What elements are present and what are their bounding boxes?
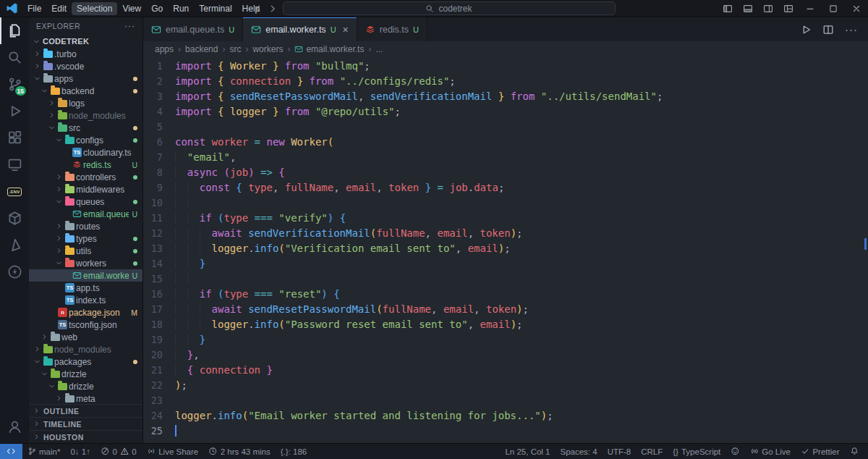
code-line[interactable]: 2import { connection } from "../configs/… bbox=[143, 74, 868, 89]
tree-item-index-ts[interactable]: TSindex.ts bbox=[29, 294, 142, 306]
tab-redis-ts[interactable]: redis.tsU bbox=[357, 17, 427, 41]
tree-item-src[interactable]: src bbox=[29, 122, 142, 134]
breadcrumb-email-worker-ts[interactable]: email.worker.ts bbox=[294, 44, 364, 54]
code-line[interactable]: 3import { sendResetPasswordMail, sendVer… bbox=[143, 89, 868, 104]
status-end-of-line[interactable]: CRLF bbox=[636, 444, 668, 459]
tree-item-package-json[interactable]: npackage.jsonM bbox=[29, 306, 142, 319]
code-line[interactable]: 13 logger.info("Verification email sent … bbox=[143, 241, 868, 256]
tab-email-worker-ts[interactable]: email.worker.tsU× bbox=[243, 17, 357, 41]
code-line[interactable]: 21 { connection } bbox=[143, 363, 868, 378]
status-git-sync[interactable]: 0↓ 1↑ bbox=[65, 444, 95, 459]
status-indentation[interactable]: Spaces: 4 bbox=[555, 444, 602, 459]
split-editor-button[interactable] bbox=[822, 24, 834, 35]
command-center-search[interactable]: codetrek bbox=[283, 1, 616, 15]
tree-item-types[interactable]: types bbox=[29, 232, 142, 245]
tree-item-controllers[interactable]: controllers bbox=[29, 171, 142, 183]
forward-icon[interactable] bbox=[268, 4, 278, 14]
tree-item-tsconfig-json[interactable]: TStsconfig.json bbox=[29, 319, 142, 331]
tree-item-turbo[interactable]: .turbo bbox=[29, 48, 142, 60]
run-button[interactable] bbox=[800, 24, 812, 35]
status-language-mode[interactable]: {}TypeScript bbox=[668, 444, 726, 459]
tree-item-routes[interactable]: routes bbox=[29, 220, 142, 232]
activity-dotenv[interactable]: .ENV bbox=[0, 178, 29, 205]
code-line[interactable]: 8 async (job) => { bbox=[143, 165, 868, 180]
code-line[interactable]: 22); bbox=[143, 378, 868, 393]
tree-item-backend[interactable]: backend bbox=[29, 85, 142, 97]
section-houston[interactable]: HOUSTON bbox=[29, 430, 142, 443]
section-outline[interactable]: OUTLINE bbox=[29, 404, 142, 417]
code-line[interactable]: 25 bbox=[143, 424, 868, 439]
menu-selection[interactable]: Selection bbox=[72, 2, 117, 15]
breadcrumb-backend[interactable]: backend bbox=[185, 44, 218, 54]
tree-item-drizzle[interactable]: drizzle bbox=[29, 380, 142, 392]
maximize-icon[interactable] bbox=[822, 0, 845, 17]
tree-item-utils[interactable]: utils bbox=[29, 245, 142, 257]
activity-source-control[interactable]: 15 bbox=[0, 71, 29, 98]
menu-view[interactable]: View bbox=[117, 2, 146, 15]
section-timeline[interactable]: TIMELINE bbox=[29, 417, 142, 430]
close-icon[interactable] bbox=[845, 0, 868, 17]
status-live-share[interactable]: Live Share bbox=[142, 444, 203, 459]
tree-item-redis-ts[interactable]: redis.tsU bbox=[29, 159, 142, 171]
code-line[interactable]: 23 bbox=[143, 393, 868, 408]
code-line[interactable]: 4import { logger } from "@repo/utils"; bbox=[143, 104, 868, 119]
code-line[interactable]: 10 bbox=[143, 195, 868, 211]
menu-run[interactable]: Run bbox=[168, 2, 194, 15]
code-line[interactable]: 5 bbox=[143, 119, 868, 135]
activity-search[interactable] bbox=[0, 44, 29, 71]
activity-prisma[interactable] bbox=[0, 232, 29, 258]
project-root-row[interactable]: CODETREK bbox=[29, 35, 142, 48]
code-line[interactable]: 14 } bbox=[143, 256, 868, 271]
tree-item-drizzle[interactable]: drizzle bbox=[29, 368, 142, 380]
tree-item-logs[interactable]: logs bbox=[29, 97, 142, 109]
code-line[interactable]: 1import { Worker } from "bullmq"; bbox=[143, 59, 868, 74]
tree-item-web[interactable]: web bbox=[29, 331, 142, 343]
status-time-tracker[interactable]: 2 hrs 43 mins bbox=[203, 444, 276, 459]
toggle-panel-icon[interactable] bbox=[738, 0, 758, 17]
activity-extensions[interactable] bbox=[0, 125, 29, 151]
tree-item-meta[interactable]: meta bbox=[29, 392, 142, 404]
status-feedback[interactable] bbox=[726, 444, 745, 459]
code-line[interactable]: 6const worker = new Worker( bbox=[143, 135, 868, 150]
status-git-branch[interactable]: main* bbox=[22, 444, 66, 459]
menu-edit[interactable]: Edit bbox=[46, 2, 72, 15]
code-line[interactable]: 16 if (type === "reset") { bbox=[143, 287, 868, 302]
status-problems[interactable]: 00 bbox=[95, 444, 142, 459]
breadcrumb-overflow[interactable]: ... bbox=[375, 44, 383, 54]
customize-layout-icon[interactable] bbox=[778, 0, 799, 17]
tree-item-configs[interactable]: configs bbox=[29, 134, 142, 146]
tree-item-cloudinary-ts[interactable]: TScloudinary.ts bbox=[29, 146, 142, 159]
tab-email-queue-ts[interactable]: email.queue.tsU bbox=[143, 17, 243, 41]
breadcrumb-apps[interactable]: apps bbox=[155, 44, 174, 54]
code-line[interactable]: 17 await sendResetPasswordMail(fullName,… bbox=[143, 302, 868, 317]
code-line[interactable]: 7 "email", bbox=[143, 150, 868, 165]
tree-item-node-modules[interactable]: node_modules bbox=[29, 109, 142, 122]
minimize-icon[interactable] bbox=[799, 0, 822, 17]
status-go-live[interactable]: Go Live bbox=[745, 444, 796, 459]
code-line[interactable]: 19 } bbox=[143, 332, 868, 348]
toggle-secondary-sidebar-icon[interactable] bbox=[758, 0, 778, 17]
status-cursor-position[interactable]: Ln 25, Col 1 bbox=[500, 444, 555, 459]
tree-item-vscode[interactable]: .vscode bbox=[29, 60, 142, 72]
status-console-counter[interactable]: {.}: 186 bbox=[276, 444, 312, 459]
tree-item-node-modules[interactable]: node_modules bbox=[29, 343, 142, 355]
tree-item-apps[interactable]: apps bbox=[29, 72, 142, 85]
status-remote-indicator[interactable] bbox=[0, 444, 22, 459]
code-line[interactable]: 15 bbox=[143, 271, 868, 287]
activity-accounts[interactable] bbox=[0, 413, 29, 440]
menu-help[interactable]: Help bbox=[237, 2, 265, 15]
activity-run-and-debug[interactable] bbox=[0, 98, 29, 125]
code-line[interactable]: 20 }, bbox=[143, 348, 868, 363]
tree-item-email-queue-ts[interactable]: email.queue.tsU bbox=[29, 208, 142, 220]
activity-thunder-client[interactable] bbox=[0, 258, 29, 285]
status-notifications[interactable] bbox=[845, 444, 864, 459]
code-line[interactable]: 18 logger.info("Password reset email sen… bbox=[143, 317, 868, 332]
activity-docker[interactable] bbox=[0, 205, 29, 232]
code-line[interactable]: 9 const { type, fullName, email, token }… bbox=[143, 180, 868, 195]
tree-item-middlewares[interactable]: middlewares bbox=[29, 183, 142, 195]
activity-remote-explorer[interactable] bbox=[0, 151, 29, 178]
code-line[interactable]: 11 if (type === "verify") { bbox=[143, 211, 868, 226]
tree-item-app-ts[interactable]: TSapp.ts bbox=[29, 282, 142, 294]
breadcrumb-workers[interactable]: workers bbox=[252, 44, 283, 54]
code-line[interactable]: 24logger.info("Email worker started and … bbox=[143, 408, 868, 424]
